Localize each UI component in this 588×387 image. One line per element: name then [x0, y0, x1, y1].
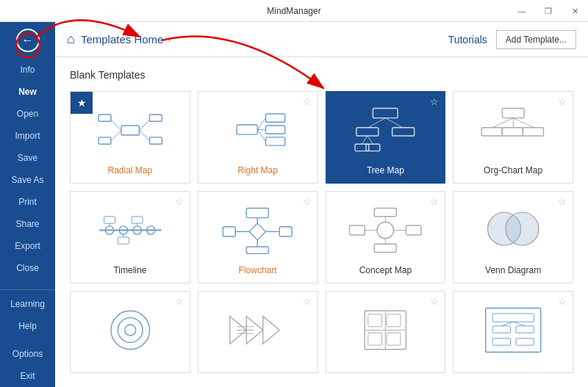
template-card-timeline[interactable]: ☆: [70, 191, 190, 283]
content-area: ⌂ Templates Home › Tutorials Add Templat…: [55, 22, 588, 387]
card-label-org-chart: Org-Chart Map: [484, 165, 542, 176]
template-card-venn[interactable]: ☆ Venn Diagram: [453, 191, 573, 283]
svg-rect-58: [374, 208, 396, 216]
svg-rect-30: [481, 127, 502, 135]
svg-line-86: [501, 322, 513, 326]
svg-point-63: [506, 212, 539, 245]
svg-rect-17: [373, 108, 398, 117]
star-icon-tree: ☆: [430, 96, 439, 107]
svg-line-2: [111, 120, 121, 130]
svg-rect-82: [492, 325, 510, 332]
card-label-radial-map: Radial Map: [108, 165, 153, 176]
template-card-concept-map[interactable]: ☆ Conce: [326, 191, 446, 283]
tree-map-diagram: [332, 101, 440, 159]
minimize-button[interactable]: —: [509, 0, 535, 22]
sidebar-item-save[interactable]: Save: [0, 147, 55, 169]
templates-grid: ★: [70, 91, 573, 373]
templates-area: Blank Templates ★: [55, 57, 588, 387]
svg-rect-38: [104, 216, 115, 223]
svg-rect-31: [502, 127, 523, 135]
sidebar: ← Info New Open Import Save Save As Prin…: [0, 22, 55, 387]
sidebar-item-new[interactable]: New: [0, 81, 55, 103]
template-card-9[interactable]: ☆: [70, 291, 190, 373]
add-template-button[interactable]: Add Template...: [496, 30, 576, 49]
template-card-flowchart[interactable]: ☆ Flowc: [198, 191, 318, 283]
card-label-timeline: Timeline: [113, 265, 146, 275]
svg-point-64: [111, 311, 150, 350]
svg-point-53: [377, 222, 394, 239]
svg-rect-78: [368, 333, 382, 345]
card9-diagram: [76, 300, 184, 359]
sidebar-item-learning[interactable]: Learning: [0, 293, 55, 315]
svg-rect-84: [492, 338, 510, 344]
svg-rect-54: [350, 225, 365, 234]
sidebar-item-close[interactable]: Close: [0, 257, 55, 279]
svg-rect-40: [118, 236, 129, 243]
svg-rect-12: [266, 114, 285, 122]
svg-rect-32: [523, 127, 543, 135]
star-filled-icon: ★: [77, 97, 87, 109]
sidebar-item-save-as[interactable]: Save As: [0, 169, 55, 191]
back-circle-icon: ←: [16, 29, 40, 52]
card11-diagram: [332, 300, 440, 359]
close-button[interactable]: ✕: [562, 0, 588, 22]
sidebar-item-exit[interactable]: Exit: [0, 365, 55, 387]
template-card-radial-map[interactable]: ★: [70, 91, 190, 184]
svg-rect-50: [280, 226, 293, 236]
svg-rect-81: [492, 314, 534, 322]
right-map-diagram: [204, 101, 312, 159]
venn-diagram-diagram: [459, 200, 567, 259]
template-card-tree-map[interactable]: ☆ Tree: [326, 91, 446, 184]
sidebar-item-info[interactable]: Info: [0, 59, 55, 81]
sidebar-item-import[interactable]: Import: [0, 125, 55, 147]
sidebar-item-print[interactable]: Print: [0, 191, 55, 213]
svg-line-11: [258, 117, 266, 129]
svg-rect-9: [149, 137, 162, 143]
sidebar-item-share[interactable]: Share: [0, 213, 55, 235]
svg-rect-44: [247, 208, 269, 217]
svg-rect-83: [516, 325, 534, 332]
card-label-concept-map: Concept Map: [359, 265, 412, 275]
star-icon-flowchart: ☆: [303, 196, 312, 207]
timeline-diagram: [76, 200, 184, 259]
svg-rect-3: [98, 114, 111, 120]
home-icon[interactable]: ⌂: [67, 32, 75, 47]
card-label-tree-map: Tree Map: [367, 165, 404, 176]
sidebar-item-options[interactable]: Options: [0, 343, 55, 365]
svg-rect-85: [516, 338, 534, 344]
template-card-right-map[interactable]: ☆ Right Map: [198, 91, 318, 184]
sidebar-nav: Info New Open Import Save Save As Print …: [0, 59, 55, 387]
app-title: MindManager: [267, 6, 320, 16]
main-layout: ← Info New Open Import Save Save As Prin…: [0, 22, 588, 387]
card10-diagram: [204, 300, 312, 359]
svg-point-65: [118, 317, 143, 342]
star-icon-11: ☆: [430, 296, 439, 307]
svg-line-8: [139, 130, 149, 140]
svg-rect-20: [356, 127, 379, 135]
template-card-12[interactable]: ☆: [453, 291, 573, 373]
svg-line-18: [368, 117, 385, 127]
svg-rect-26: [502, 108, 524, 117]
star-icon-org: ☆: [558, 96, 567, 107]
sidebar-item-help[interactable]: Help: [0, 315, 55, 337]
template-card-11[interactable]: ☆: [326, 291, 446, 373]
sidebar-item-export[interactable]: Export: [0, 235, 55, 257]
svg-rect-10: [237, 125, 258, 134]
back-button[interactable]: ←: [0, 22, 55, 59]
org-chart-diagram: [459, 101, 567, 159]
tutorials-link[interactable]: Tutorials: [448, 34, 487, 46]
svg-rect-25: [366, 144, 380, 151]
card-label-flowchart: Flowchart: [239, 265, 277, 275]
template-card-10[interactable]: ☆: [198, 291, 318, 373]
svg-rect-76: [368, 314, 382, 326]
star-icon-timeline: ☆: [175, 196, 184, 207]
svg-line-6: [139, 120, 149, 130]
card-label-right-map: Right Map: [237, 165, 278, 176]
svg-rect-79: [387, 333, 401, 345]
template-card-org-chart[interactable]: ☆ Org-Chart Map: [453, 91, 573, 184]
restore-button[interactable]: ❐: [535, 0, 562, 22]
svg-rect-77: [387, 314, 401, 326]
sidebar-item-open[interactable]: Open: [0, 103, 55, 125]
svg-rect-56: [406, 225, 422, 234]
card-label-venn: Venn Diagram: [485, 265, 541, 275]
